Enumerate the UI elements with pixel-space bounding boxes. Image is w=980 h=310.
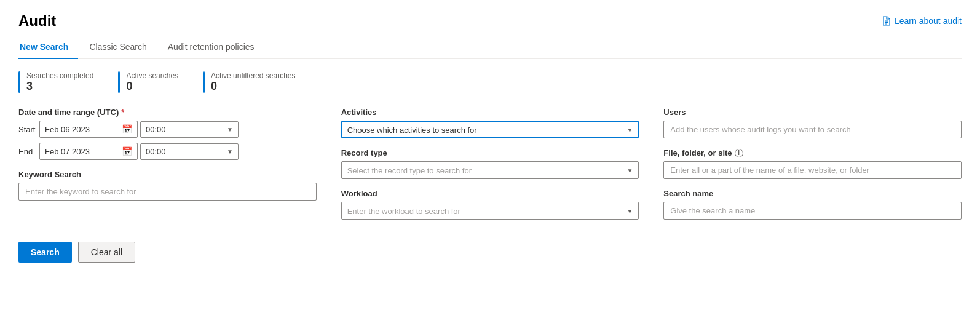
learn-link-label: Learn about audit [895,16,962,26]
col-date-keyword: Date and time range (UTC) * Start 📅 00:0… [18,108,317,229]
stat-unfiltered: Active unfiltered searches 0 [203,71,295,93]
users-label: Users [663,108,962,117]
start-time-wrapper[interactable]: 00:00 01:00 12:00 23:00 ▼ [140,121,239,138]
start-time-chevron-icon: ▼ [227,126,233,133]
date-time-group: Date and time range (UTC) * Start 📅 00:0… [18,108,317,160]
buttons-row: Search Clear all [18,242,962,263]
workload-label: Workload [341,189,639,198]
users-group: Users [663,108,962,138]
activities-group: Activities ▼ Choose which activities to … [341,108,639,138]
start-label: Start [18,125,37,134]
stat-completed-value: 3 [26,80,93,93]
learn-about-audit-link[interactable]: Learn about audit [881,16,962,26]
stat-bar-active [118,71,120,93]
end-date-input-wrapper[interactable]: 📅 [39,143,138,160]
col-users: Users File, folder, or site i Search nam… [663,108,962,229]
record-type-select[interactable] [341,161,639,179]
file-folder-info-icon[interactable]: i [735,149,743,157]
search-button[interactable]: Search [18,242,72,263]
date-time-label: Date and time range (UTC) * [18,108,317,117]
activities-dropdown-wrapper: ▼ Choose which activities to search for [341,121,639,138]
start-date-input-wrapper[interactable]: 📅 [39,121,138,138]
record-type-dropdown-wrapper: ▼ Select the record type to search for [341,161,639,179]
stat-active-label: Active searches [126,71,178,80]
stat-bar-completed [18,71,20,93]
start-time-select[interactable]: 00:00 01:00 12:00 23:00 [146,125,227,134]
required-star: * [121,108,124,117]
file-folder-label: File, folder, or site i [663,148,962,157]
end-time-select[interactable]: 00:00 01:00 12:00 23:00 [146,147,227,156]
page-title: Audit [18,12,56,30]
document-icon [881,16,891,26]
stat-bar-unfiltered [203,71,205,93]
workload-group: Workload ▼ Enter the workload to search … [341,189,639,220]
activities-label: Activities [341,108,639,117]
start-calendar-icon[interactable]: 📅 [122,124,132,134]
search-name-input[interactable] [663,202,962,220]
tab-audit-retention[interactable]: Audit retention policies [167,36,264,59]
start-date-input[interactable] [45,125,119,134]
header-row: Audit Learn about audit [18,12,962,30]
workload-dropdown-wrapper: ▼ Enter the workload to search for [341,202,639,220]
file-folder-input[interactable] [663,161,962,179]
end-label: End [18,147,37,156]
stat-unfiltered-value: 0 [211,80,295,93]
tabs-bar: New Search Classic Search Audit retentio… [18,36,962,59]
end-date-row: End 📅 00:00 01:00 12:00 23:00 ▼ [18,143,317,160]
keyword-search-group: Keyword Search [18,170,317,201]
keyword-input[interactable] [18,183,317,201]
stat-completed: Searches completed 3 [18,71,93,93]
end-time-chevron-icon: ▼ [227,148,233,155]
form-grid: Date and time range (UTC) * Start 📅 00:0… [18,108,962,229]
record-type-group: Record type ▼ Select the record type to … [341,148,639,179]
stat-active: Active searches 0 [118,71,178,93]
page-container: Audit Learn about audit New Search Class… [0,0,980,310]
stats-row: Searches completed 3 Active searches 0 A… [18,71,962,93]
end-date-input[interactable] [45,147,119,156]
start-date-row: Start 📅 00:00 01:00 12:00 23:00 ▼ [18,121,317,138]
end-time-wrapper[interactable]: 00:00 01:00 12:00 23:00 ▼ [140,143,239,160]
tab-new-search[interactable]: New Search [18,36,78,59]
workload-select[interactable] [341,202,639,220]
tab-classic-search[interactable]: Classic Search [88,36,156,59]
clear-all-button[interactable]: Clear all [78,242,135,263]
stat-active-value: 0 [126,80,178,93]
users-input[interactable] [663,121,962,138]
col-activities: Activities ▼ Choose which activities to … [341,108,639,229]
search-name-group: Search name [663,189,962,220]
file-folder-group: File, folder, or site i [663,148,962,179]
activities-select[interactable] [341,121,639,138]
stat-completed-label: Searches completed [26,71,93,80]
stat-unfiltered-label: Active unfiltered searches [211,71,295,80]
end-calendar-icon[interactable]: 📅 [122,146,132,156]
record-type-label: Record type [341,148,639,157]
keyword-label: Keyword Search [18,170,317,179]
search-name-label: Search name [663,189,962,198]
